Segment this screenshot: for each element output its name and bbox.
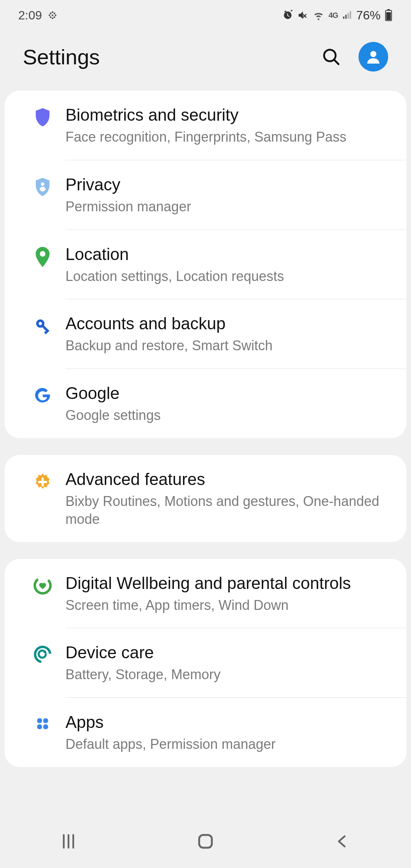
settings-item-accounts[interactable]: Accounts and backupBackup and restore, S… <box>5 299 406 369</box>
settings-item-apps[interactable]: AppsDefault apps, Permission manager <box>5 698 406 767</box>
svg-point-25 <box>37 724 42 729</box>
settings-item-subtitle: Battery, Storage, Memory <box>65 666 391 684</box>
settings-item-title: Apps <box>65 712 391 732</box>
network-4g-icon: 4G <box>328 11 338 20</box>
key-icon <box>20 313 65 336</box>
gear-plus-icon <box>20 469 65 492</box>
back-icon <box>334 833 351 850</box>
settings-item-advanced[interactable]: Advanced featuresBixby Routines, Motions… <box>5 455 406 542</box>
profile-button[interactable] <box>358 42 388 72</box>
nav-back-button[interactable] <box>275 815 410 868</box>
battery-percent: 76% <box>356 8 381 22</box>
svg-point-7 <box>50 16 52 18</box>
svg-point-3 <box>49 14 51 16</box>
settings-item-subtitle: Location settings, Location requests <box>65 268 391 286</box>
settings-item-subtitle: Backup and restore, Smart Switch <box>65 337 391 355</box>
svg-rect-11 <box>386 12 391 20</box>
status-bar: 2:09 4G 76% <box>0 0 411 30</box>
svg-rect-10 <box>387 9 390 10</box>
system-navbar <box>0 815 411 868</box>
settings-group: Digital Wellbeing and parental controlsS… <box>5 559 406 767</box>
status-time: 2:09 <box>18 8 42 22</box>
settings-item-subtitle: Face recognition, Fingerprints, Samsung … <box>65 128 391 146</box>
settings-item-body: GoogleGoogle settings <box>65 383 399 424</box>
status-dots-icon <box>47 10 58 21</box>
search-button[interactable] <box>321 47 341 67</box>
settings-item-body: Accounts and backupBackup and restore, S… <box>65 313 399 355</box>
settings-item-body: AppsDefault apps, Permission manager <box>65 712 399 753</box>
settings-item-title: Accounts and backup <box>65 313 391 334</box>
settings-item-subtitle: Permission manager <box>65 198 391 216</box>
svg-point-1 <box>52 14 54 16</box>
settings-item-title: Location <box>65 244 391 265</box>
settings-item-privacy[interactable]: PrivacyPermission manager <box>5 160 406 230</box>
app-header: Settings <box>0 30 411 91</box>
nav-home-button[interactable] <box>138 815 273 868</box>
svg-point-24 <box>43 718 48 723</box>
pin-icon <box>20 244 65 268</box>
svg-point-0 <box>52 11 54 13</box>
svg-point-16 <box>40 251 46 257</box>
svg-point-22 <box>34 646 51 663</box>
signal-icon <box>342 10 352 21</box>
shield-user-icon <box>20 174 65 197</box>
shield-solid-icon <box>20 104 65 127</box>
settings-item-subtitle: Default apps, Permission manager <box>65 736 391 753</box>
home-icon <box>196 832 215 851</box>
settings-item-title: Biometrics and security <box>65 104 391 125</box>
profile-icon <box>364 48 382 66</box>
settings-item-body: Advanced featuresBixby Routines, Motions… <box>65 469 399 528</box>
svg-point-26 <box>43 724 48 729</box>
settings-item-body: Digital Wellbeing and parental controlsS… <box>65 573 399 614</box>
svg-rect-30 <box>199 835 212 847</box>
svg-point-23 <box>37 718 42 723</box>
settings-item-title: Google <box>65 383 391 404</box>
dots-icon <box>20 712 65 733</box>
settings-item-title: Digital Wellbeing and parental controls <box>65 573 391 594</box>
settings-item-subtitle: Bixby Routines, Motions and gestures, On… <box>65 493 391 528</box>
svg-point-2 <box>52 18 54 19</box>
settings-item-body: LocationLocation settings, Location requ… <box>65 244 399 286</box>
alarm-icon <box>282 10 293 21</box>
search-icon <box>321 47 341 67</box>
page-title: Settings <box>23 45 100 69</box>
battery-icon <box>384 9 393 21</box>
settings-item-location[interactable]: LocationLocation settings, Location requ… <box>5 230 406 299</box>
svg-point-6 <box>54 13 56 14</box>
settings-item-body: Device careBattery, Storage, Memory <box>65 642 399 684</box>
settings-item-biometrics[interactable]: Biometrics and securityFace recognition,… <box>5 91 406 160</box>
svg-point-8 <box>54 16 56 18</box>
svg-point-14 <box>370 51 376 57</box>
wifi-icon <box>312 10 325 21</box>
svg-line-13 <box>334 60 339 64</box>
settings-item-wellbeing[interactable]: Digital Wellbeing and parental controlsS… <box>5 559 406 628</box>
refresh-ring-icon <box>20 642 65 664</box>
settings-item-body: Biometrics and securityFace recognition,… <box>65 104 399 146</box>
svg-point-4 <box>55 14 57 16</box>
mute-vibrate-icon <box>297 10 309 21</box>
settings-item-title: Advanced features <box>65 469 391 490</box>
settings-group: Biometrics and securityFace recognition,… <box>5 91 406 438</box>
settings-item-subtitle: Screen time, App timers, Wind Down <box>65 597 391 614</box>
nav-recents-button[interactable] <box>1 815 136 868</box>
svg-point-5 <box>50 13 52 14</box>
settings-item-title: Device care <box>65 642 391 663</box>
settings-item-body: PrivacyPermission manager <box>65 174 399 216</box>
google-icon <box>20 383 65 405</box>
recents-icon <box>59 832 78 851</box>
settings-item-title: Privacy <box>65 174 391 195</box>
settings-group: Advanced featuresBixby Routines, Motions… <box>5 455 406 542</box>
settings-item-google[interactable]: GoogleGoogle settings <box>5 369 406 438</box>
settings-item-device-care[interactable]: Device careBattery, Storage, Memory <box>5 628 406 697</box>
svg-point-15 <box>41 182 44 186</box>
settings-item-subtitle: Google settings <box>65 407 391 424</box>
heart-ring-icon <box>20 573 65 595</box>
settings-list: Biometrics and securityFace recognition,… <box>0 91 411 767</box>
